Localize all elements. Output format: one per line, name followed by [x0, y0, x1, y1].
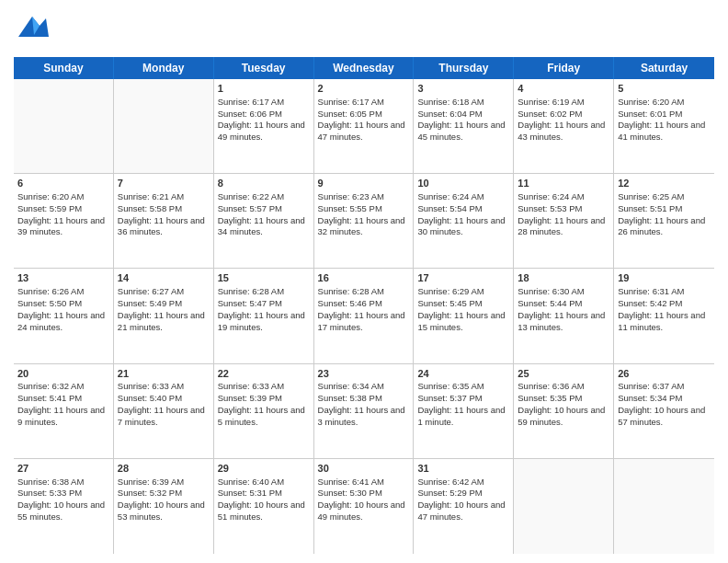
calendar-week-2: 6Sunrise: 6:20 AMSunset: 5:59 PMDaylight…	[14, 174, 714, 269]
calendar-day-31: 31Sunrise: 6:42 AMSunset: 5:29 PMDayligh…	[414, 459, 514, 554]
calendar-header: SundayMondayTuesdayWednesdayThursdayFrid…	[14, 57, 714, 79]
calendar-body: 1Sunrise: 6:17 AMSunset: 6:06 PMDaylight…	[14, 79, 714, 554]
day-number: 18	[518, 271, 609, 285]
calendar-week-1: 1Sunrise: 6:17 AMSunset: 6:06 PMDaylight…	[14, 79, 714, 174]
day-header-tuesday: Tuesday	[214, 57, 314, 79]
day-header-monday: Monday	[114, 57, 214, 79]
calendar-day-7: 7Sunrise: 6:21 AMSunset: 5:58 PMDaylight…	[114, 174, 214, 268]
day-number: 15	[218, 271, 310, 285]
day-number: 17	[417, 271, 509, 285]
day-number: 5	[618, 82, 711, 96]
day-number: 31	[417, 462, 509, 476]
day-number: 30	[318, 462, 410, 476]
day-number: 19	[618, 271, 711, 285]
logo-bird-icon	[14, 9, 51, 52]
calendar-day-27: 27Sunrise: 6:38 AMSunset: 5:33 PMDayligh…	[14, 459, 114, 554]
calendar-week-4: 20Sunrise: 6:32 AMSunset: 5:41 PMDayligh…	[14, 364, 714, 459]
calendar-day-16: 16Sunrise: 6:28 AMSunset: 5:46 PMDayligh…	[314, 269, 415, 362]
calendar-day-30: 30Sunrise: 6:41 AMSunset: 5:30 PMDayligh…	[314, 459, 415, 554]
day-number: 7	[118, 177, 210, 190]
calendar-day-8: 8Sunrise: 6:22 AMSunset: 5:57 PMDaylight…	[214, 174, 314, 268]
calendar-day-2: 2Sunrise: 6:17 AMSunset: 6:05 PMDaylight…	[314, 79, 415, 173]
day-number: 16	[318, 271, 410, 285]
calendar-day-12: 12Sunrise: 6:25 AMSunset: 5:51 PMDayligh…	[614, 174, 714, 268]
calendar-day-10: 10Sunrise: 6:24 AMSunset: 5:54 PMDayligh…	[414, 174, 514, 268]
day-number: 20	[17, 367, 109, 381]
page: SundayMondayTuesdayWednesdayThursdayFrid…	[0, 0, 728, 563]
logo	[14, 9, 54, 52]
calendar-day-5: 5Sunrise: 6:20 AMSunset: 6:01 PMDaylight…	[614, 79, 714, 173]
calendar-empty-cell	[114, 79, 214, 173]
day-number: 14	[118, 271, 210, 285]
calendar-day-29: 29Sunrise: 6:40 AMSunset: 5:31 PMDayligh…	[214, 459, 314, 554]
calendar: SundayMondayTuesdayWednesdayThursdayFrid…	[14, 57, 714, 554]
calendar-week-3: 13Sunrise: 6:26 AMSunset: 5:50 PMDayligh…	[14, 269, 714, 363]
day-number: 22	[218, 367, 310, 381]
day-number: 28	[118, 462, 210, 476]
day-number: 27	[17, 462, 109, 476]
calendar-day-18: 18Sunrise: 6:30 AMSunset: 5:44 PMDayligh…	[514, 269, 614, 362]
calendar-week-5: 27Sunrise: 6:38 AMSunset: 5:33 PMDayligh…	[14, 459, 714, 554]
calendar-day-20: 20Sunrise: 6:32 AMSunset: 5:41 PMDayligh…	[14, 364, 114, 458]
day-number: 13	[17, 271, 109, 285]
calendar-day-9: 9Sunrise: 6:23 AMSunset: 5:55 PMDaylight…	[314, 174, 415, 268]
calendar-day-19: 19Sunrise: 6:31 AMSunset: 5:42 PMDayligh…	[614, 269, 714, 362]
day-number: 29	[218, 462, 310, 476]
calendar-day-23: 23Sunrise: 6:34 AMSunset: 5:38 PMDayligh…	[314, 364, 415, 458]
day-number: 4	[518, 82, 609, 96]
day-number: 11	[518, 177, 609, 190]
calendar-day-13: 13Sunrise: 6:26 AMSunset: 5:50 PMDayligh…	[14, 269, 114, 362]
day-header-saturday: Saturday	[614, 57, 714, 79]
calendar-day-28: 28Sunrise: 6:39 AMSunset: 5:32 PMDayligh…	[114, 459, 214, 554]
calendar-day-15: 15Sunrise: 6:28 AMSunset: 5:47 PMDayligh…	[214, 269, 314, 362]
calendar-day-21: 21Sunrise: 6:33 AMSunset: 5:40 PMDayligh…	[114, 364, 214, 458]
header	[14, 9, 714, 52]
day-number: 3	[417, 82, 509, 96]
day-number: 23	[318, 367, 410, 381]
calendar-day-25: 25Sunrise: 6:36 AMSunset: 5:35 PMDayligh…	[514, 364, 614, 458]
calendar-empty-cell	[514, 459, 614, 554]
calendar-day-1: 1Sunrise: 6:17 AMSunset: 6:06 PMDaylight…	[214, 79, 314, 173]
day-number: 21	[118, 367, 210, 381]
day-number: 8	[218, 177, 310, 190]
calendar-day-26: 26Sunrise: 6:37 AMSunset: 5:34 PMDayligh…	[614, 364, 714, 458]
day-header-friday: Friday	[514, 57, 614, 79]
day-number: 26	[618, 367, 711, 381]
calendar-day-3: 3Sunrise: 6:18 AMSunset: 6:04 PMDaylight…	[414, 79, 514, 173]
day-number: 2	[318, 82, 410, 96]
calendar-empty-cell	[14, 79, 114, 173]
day-header-sunday: Sunday	[14, 57, 114, 79]
calendar-day-14: 14Sunrise: 6:27 AMSunset: 5:49 PMDayligh…	[114, 269, 214, 362]
calendar-day-4: 4Sunrise: 6:19 AMSunset: 6:02 PMDaylight…	[514, 79, 614, 173]
calendar-day-6: 6Sunrise: 6:20 AMSunset: 5:59 PMDaylight…	[14, 174, 114, 268]
calendar-day-17: 17Sunrise: 6:29 AMSunset: 5:45 PMDayligh…	[414, 269, 514, 362]
day-number: 24	[417, 367, 509, 381]
day-number: 6	[17, 177, 109, 190]
day-header-wednesday: Wednesday	[314, 57, 415, 79]
calendar-day-22: 22Sunrise: 6:33 AMSunset: 5:39 PMDayligh…	[214, 364, 314, 458]
day-number: 9	[318, 177, 410, 190]
calendar-day-24: 24Sunrise: 6:35 AMSunset: 5:37 PMDayligh…	[414, 364, 514, 458]
day-header-thursday: Thursday	[414, 57, 514, 79]
day-number: 1	[218, 82, 310, 96]
day-number: 25	[518, 367, 609, 381]
calendar-day-11: 11Sunrise: 6:24 AMSunset: 5:53 PMDayligh…	[514, 174, 614, 268]
day-number: 10	[417, 177, 509, 190]
calendar-empty-cell	[614, 459, 714, 554]
day-number: 12	[618, 177, 711, 190]
